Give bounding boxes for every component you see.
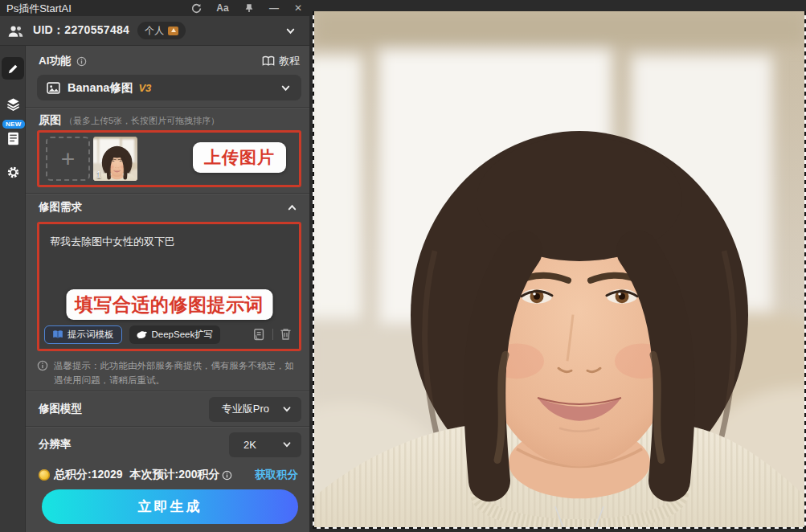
image-icon	[47, 82, 60, 94]
model-value: 专业版Pro	[222, 402, 269, 416]
model-label: 修图模型	[39, 402, 82, 416]
close-icon[interactable]: ✕	[289, 1, 307, 15]
upload-area: + 1 上传图片	[37, 130, 301, 187]
account-chevron-down-icon[interactable]	[284, 25, 297, 37]
prompt-template-button[interactable]: 提示词模板	[44, 325, 122, 344]
prompt-template-label: 提示词模板	[68, 329, 114, 341]
window-title: Ps插件StartAI	[6, 2, 72, 16]
layers-icon	[6, 97, 20, 111]
prompt-input-area[interactable]: 帮我去除图中女性的双下巴 填写合适的修图提示词 提示词模板 DeepSeek扩写	[37, 222, 301, 351]
notice-text: 温馨提示：此功能由外部服务商提供，偶有服务不稳定，如遇使用问题，请稍后重试。	[54, 358, 301, 387]
pencil-icon	[7, 63, 19, 75]
prompt-annotation: 填写合适的修图提示词	[66, 289, 272, 320]
credits-total: 总积分:12029	[54, 468, 123, 482]
upload-annotation: 上传图片	[193, 142, 286, 173]
account-row: UID：2270557484 个人	[0, 16, 309, 46]
selection-ants-bottom	[313, 527, 806, 529]
warning-info-icon	[37, 360, 48, 371]
uid-label: UID：2270557484	[33, 23, 129, 38]
tool-layers-button[interactable]	[0, 92, 26, 116]
source-images-title: 原图	[39, 113, 61, 128]
users-icon	[8, 24, 23, 38]
history-import-icon[interactable]	[252, 328, 266, 342]
canvas-photo[interactable]	[314, 11, 806, 529]
divider	[26, 426, 309, 427]
coin-icon	[39, 469, 50, 481]
resolution-dropdown[interactable]: 2K	[229, 432, 301, 457]
separator	[272, 329, 273, 340]
model-row: 修图模型 专业版Pro	[26, 393, 309, 425]
feature-dropdown[interactable]: Banana修图 V3	[37, 75, 301, 100]
generate-button[interactable]: 立即生成	[42, 489, 298, 524]
refresh-icon[interactable]	[187, 1, 205, 15]
deepseek-expand-label: DeepSeek扩写	[152, 329, 214, 341]
prompt-section-header[interactable]: 修图需求	[26, 198, 309, 217]
add-image-button[interactable]: +	[46, 137, 90, 181]
tool-edit-button[interactable]	[2, 57, 24, 80]
trash-icon[interactable]	[280, 328, 292, 341]
credits-row: 总积分:12029 本次预计:200积分 获取积分	[39, 466, 298, 484]
gear-icon	[6, 166, 20, 179]
plan-badge[interactable]: 个人	[137, 22, 186, 39]
prompt-action-icons	[252, 328, 292, 342]
tool-settings-button[interactable]	[0, 160, 26, 184]
info-icon[interactable]	[76, 56, 87, 67]
tool-templates-button[interactable]: NEW	[0, 126, 26, 150]
ai-section-title: AI功能	[39, 54, 72, 68]
model-chevron-down-icon	[280, 403, 293, 415]
tutorial-button[interactable]: 教程	[262, 54, 300, 68]
resolution-value: 2K	[243, 439, 256, 451]
main-panel: AI功能 教程 Banana修图 V3 原图 （最多上传	[26, 46, 309, 532]
selection-ants-left	[313, 11, 314, 529]
feature-version: V3	[138, 82, 151, 94]
notice: 温馨提示：此功能由外部服务商提供，偶有服务不稳定，如遇使用问题，请稍后重试。	[37, 358, 301, 387]
divider	[26, 391, 309, 391]
new-badge: NEW	[2, 120, 25, 129]
plan-badge-label: 个人	[145, 24, 164, 38]
book-icon	[262, 55, 275, 67]
uploaded-thumbnail[interactable]: 1	[93, 137, 137, 181]
deepseek-expand-button[interactable]: DeepSeek扩写	[129, 325, 221, 344]
prompt-section-title: 修图需求	[39, 200, 82, 215]
font-size-button[interactable]: Aa	[214, 1, 231, 15]
credits-info-icon[interactable]	[222, 470, 232, 481]
thumbnail-index: 1	[96, 170, 101, 179]
document-icon	[7, 132, 19, 145]
deepseek-whale-icon	[137, 330, 148, 339]
feature-chevron-down-icon	[279, 81, 292, 94]
prompt-text: 帮我去除图中女性的双下巴	[50, 235, 175, 249]
pin-icon[interactable]	[240, 1, 258, 15]
tutorial-label: 教程	[279, 54, 300, 68]
app-window: Ps插件StartAI Aa — ✕ UID：2270557484 个人	[0, 0, 806, 532]
feature-name: Banana修图	[68, 80, 133, 96]
minimize-icon[interactable]: —	[265, 1, 283, 15]
divider	[26, 107, 309, 108]
template-book-icon	[52, 329, 63, 339]
plan-switch-icon	[168, 27, 178, 35]
credits-estimate: 本次预计:200积分	[130, 468, 220, 482]
resolution-label: 分辨率	[39, 437, 72, 452]
resolution-row: 分辨率 2K	[26, 428, 309, 460]
prompt-controls: 提示词模板 DeepSeek扩写	[44, 325, 292, 344]
divider	[26, 193, 309, 194]
source-images-header: 原图 （最多上传5张，长按图片可拖拽排序）	[39, 113, 219, 128]
model-dropdown[interactable]: 专业版Pro	[209, 397, 301, 422]
source-images-hint: （最多上传5张，长按图片可拖拽排序）	[64, 115, 219, 127]
get-credits-link[interactable]: 获取积分	[255, 468, 298, 482]
resolution-chevron-down-icon	[280, 438, 293, 451]
ai-section-header: AI功能 教程	[26, 50, 309, 72]
side-toolbar: NEW Beta V0.23.2	[0, 46, 26, 532]
collapse-chevron-up-icon	[285, 201, 298, 214]
